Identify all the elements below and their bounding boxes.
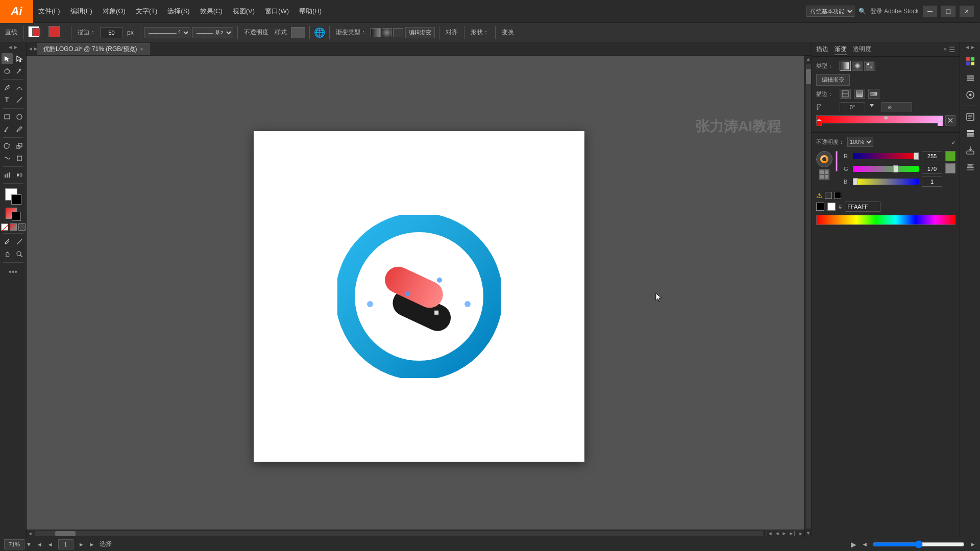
frame-prev-btn[interactable]: ◄: [775, 531, 780, 536]
black-swatch[interactable]: [834, 192, 841, 199]
free-transform-tool[interactable]: [14, 153, 25, 164]
color-swatch-area[interactable]: [5, 188, 21, 205]
menu-select[interactable]: 选择(S): [162, 0, 194, 23]
workspace-selector[interactable]: 传统基本功能: [806, 6, 854, 17]
panel-left-collapse[interactable]: ◄►: [30, 42, 37, 56]
b-input[interactable]: 1: [922, 177, 942, 187]
scroll-down-btn[interactable]: ▼: [805, 530, 812, 537]
scroll-track-h[interactable]: [35, 531, 763, 536]
color-wheel-icon[interactable]: [816, 151, 832, 167]
expand-panel-btn[interactable]: »: [943, 45, 947, 54]
scroll-right-end-btn[interactable]: ►: [797, 530, 804, 537]
color-gamut-icon[interactable]: [945, 151, 955, 161]
background-color[interactable]: [11, 194, 21, 205]
frame-next-btn[interactable]: ►: [782, 531, 787, 536]
libraries-panel-btn[interactable]: [963, 70, 978, 86]
magic-wand-tool[interactable]: [14, 65, 25, 77]
selection-tool[interactable]: [2, 53, 13, 64]
scale-tool[interactable]: [14, 140, 25, 152]
cc-libraries-btn[interactable]: [963, 87, 978, 103]
fill-color-swatch[interactable]: [48, 26, 67, 39]
white-swatch[interactable]: [1, 223, 8, 231]
collapse-right-icon[interactable]: ►: [13, 44, 18, 50]
layers-panel-btn[interactable]: [963, 126, 978, 141]
more-tools-btn[interactable]: •••: [9, 267, 17, 277]
spread-btn-2[interactable]: [854, 89, 865, 99]
gradient-linear-btn[interactable]: [371, 28, 381, 37]
gradient-preview-swatch[interactable]: [6, 208, 21, 221]
menu-text[interactable]: 文字(T): [131, 0, 163, 23]
page-prev-arrow[interactable]: ◄: [37, 541, 42, 547]
maximize-button[interactable]: □: [941, 6, 955, 17]
rectangle-tool[interactable]: [2, 111, 13, 122]
zoom-tool[interactable]: [14, 248, 25, 260]
scroll-track-v[interactable]: [806, 64, 811, 529]
b-slider[interactable]: [853, 179, 919, 185]
collapse-left-icon[interactable]: ◄: [8, 44, 13, 50]
document-tab[interactable]: 优酷LOGO.ai* @ 71% (RGB/预览) ×: [37, 43, 150, 55]
pattern-swatch[interactable]: [18, 223, 26, 231]
canvas-container[interactable]: 张力涛AI教程: [27, 56, 812, 537]
frame-end-btn[interactable]: ►|: [789, 531, 796, 536]
search-icon[interactable]: 🔍: [859, 8, 866, 15]
gradient-midpoint-handle[interactable]: [884, 114, 889, 121]
export-panel-btn[interactable]: [963, 143, 978, 158]
menu-help[interactable]: 帮助(H): [294, 0, 327, 23]
panel-menu-btn[interactable]: ☰: [949, 45, 955, 54]
close-button[interactable]: ×: [960, 6, 974, 17]
stroke-style-select[interactable]: ————— 等比: [144, 27, 190, 38]
current-color-swatch[interactable]: [825, 192, 832, 199]
tab-gradient[interactable]: 渐变: [835, 44, 847, 55]
properties-panel-btn[interactable]: [963, 109, 978, 124]
blend-tool[interactable]: [14, 169, 25, 181]
scroll-left-btn[interactable]: ◄: [27, 530, 34, 537]
menu-effects[interactable]: 效果(C): [195, 0, 228, 23]
stroke-color-swatch[interactable]: [28, 26, 46, 39]
line-segment-tool[interactable]: [14, 94, 25, 106]
hex-input[interactable]: FFAAFF: [845, 202, 880, 212]
mini-swatch-dark[interactable]: [816, 203, 824, 211]
timeline-left-arrow[interactable]: ◄: [862, 541, 868, 548]
web-safe-color-icon[interactable]: [945, 163, 955, 173]
spread-btn-3[interactable]: [868, 89, 879, 99]
aspect-ratio-display[interactable]: ⊗: [881, 102, 912, 112]
menu-object[interactable]: 对象(O): [97, 0, 131, 23]
angle-input[interactable]: 0°: [840, 102, 865, 112]
scroll-thumb-h[interactable]: [55, 531, 76, 536]
vertical-scrollbar[interactable]: ▲ ▼: [804, 56, 812, 537]
g-slider[interactable]: [853, 166, 919, 172]
mini-swatch-light[interactable]: [827, 203, 836, 211]
paintbrush-tool[interactable]: [2, 123, 13, 135]
stroke-width-input[interactable]: [100, 27, 123, 38]
gradient-bar[interactable]: [816, 115, 943, 123]
freeform-gradient-btn[interactable]: [864, 61, 875, 71]
page-next-btn[interactable]: ►: [79, 541, 84, 547]
globe-icon[interactable]: 🌐: [314, 27, 325, 38]
play-btn[interactable]: ▶: [851, 540, 856, 548]
scroll-up-btn[interactable]: ▲: [805, 56, 812, 63]
minimize-button[interactable]: ─: [923, 6, 937, 17]
edit-gradient-button[interactable]: 编辑渐变: [405, 27, 435, 38]
menu-file[interactable]: 文件(F): [33, 0, 65, 23]
line-style-select[interactable]: ——— 基本: [192, 27, 233, 38]
page-prev-btn[interactable]: ◄: [47, 541, 53, 547]
tab-transparency[interactable]: 透明度: [853, 44, 871, 55]
scroll-thumb-v[interactable]: [806, 69, 811, 84]
radial-gradient-btn[interactable]: [852, 61, 863, 71]
curvature-tool[interactable]: [14, 82, 25, 93]
rotate-tool[interactable]: [2, 140, 13, 152]
measure-tool[interactable]: [14, 236, 25, 247]
gradient-other-btn[interactable]: [393, 28, 403, 37]
spectrum-bar[interactable]: [816, 215, 955, 225]
color-preview-box[interactable]: [836, 151, 838, 171]
pencil-tool[interactable]: [14, 123, 25, 135]
delete-stop-btn[interactable]: [945, 115, 955, 126]
horizontal-scrollbar[interactable]: ◄ |◄ ◄ ► ►| ►: [27, 530, 804, 537]
timeline-right-arrow[interactable]: ►: [970, 541, 976, 548]
gradient-stop-left[interactable]: [816, 119, 822, 128]
edit-gradient-btn[interactable]: 编辑渐变: [816, 74, 850, 86]
swatches-panel-btn[interactable]: [963, 54, 978, 69]
lasso-tool[interactable]: [2, 65, 13, 77]
type-tool[interactable]: T: [2, 94, 13, 106]
g-input[interactable]: 170: [922, 164, 942, 174]
